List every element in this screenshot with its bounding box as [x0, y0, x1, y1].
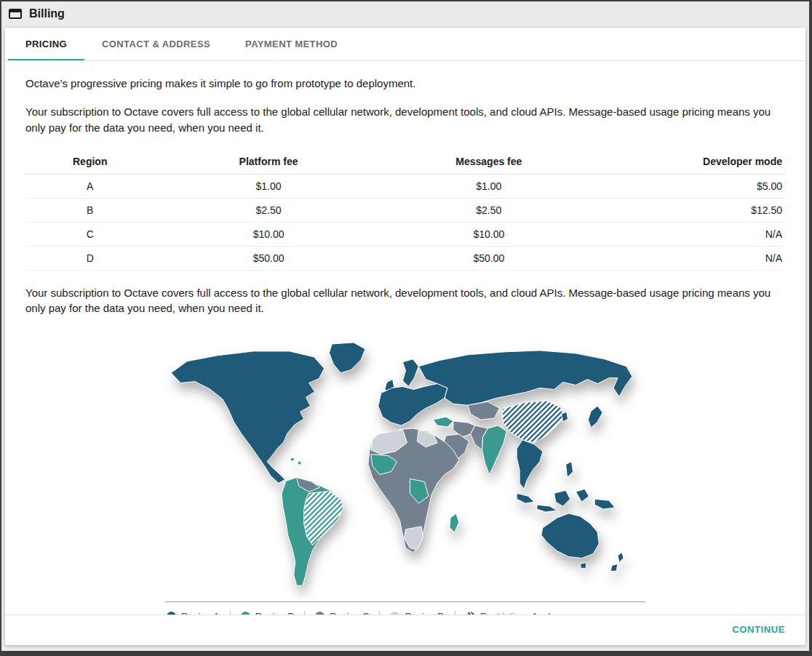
map-russia — [418, 351, 632, 405]
map-india — [482, 425, 507, 474]
cell-platform-fee: $1.00 — [154, 174, 382, 198]
map-java — [537, 505, 557, 512]
column-header-platform-fee: Platform fee — [154, 149, 382, 175]
cell-platform-fee: $10.00 — [154, 222, 382, 246]
map-greenland — [329, 343, 365, 373]
map-caribbean — [298, 461, 301, 465]
cell-region: C — [25, 222, 154, 246]
cell-messages-fee: $2.50 — [383, 198, 595, 222]
intro-text: Octave's progressive pricing makes it si… — [25, 77, 785, 89]
tab-payment-method[interactable]: PAYMENT METHOD — [228, 28, 355, 60]
map-sulawesi — [576, 489, 589, 502]
map-tasmania — [580, 562, 586, 568]
map-sumatra — [517, 493, 534, 503]
tab-bar: PRICING CONTACT & ADDRESS PAYMENT METHOD — [5, 28, 805, 61]
billing-window: Billing PRICING CONTACT & ADDRESS PAYMEN… — [0, 0, 812, 656]
column-header-region: Region — [25, 149, 154, 175]
map-brazil-restricted — [304, 491, 344, 545]
billing-card: PRICING CONTACT & ADDRESS PAYMENT METHOD… — [5, 28, 805, 645]
billing-icon — [9, 9, 22, 19]
subscription-description-bottom: Your subscription to Octave covers full … — [25, 285, 785, 317]
page-title: Billing — [29, 7, 65, 20]
map-new-guinea — [594, 499, 615, 509]
tab-contact-address[interactable]: CONTACT & ADDRESS — [84, 28, 228, 60]
map-australia — [541, 513, 599, 558]
cell-platform-fee: $50.00 — [154, 246, 382, 270]
pricing-table: Region Platform fee Messages fee Develop… — [25, 149, 785, 271]
cell-developer-mode: $5.00 — [595, 174, 785, 198]
map-caribbean — [290, 457, 294, 461]
map-korea — [562, 412, 568, 422]
map-new-zealand — [610, 564, 618, 571]
cell-developer-mode: N/A — [595, 222, 785, 246]
map-philippines — [566, 462, 573, 478]
tab-pricing[interactable]: PRICING — [8, 28, 84, 60]
map-madagascar — [450, 513, 459, 532]
map-legend: Region A Region B Region C — [165, 602, 645, 615]
world-coverage-map — [165, 343, 642, 599]
map-borneo — [554, 490, 570, 506]
map-china-restricted — [502, 401, 563, 443]
map-japan — [588, 406, 602, 428]
cell-messages-fee: $1.00 — [383, 174, 595, 198]
table-row-region-d: D $50.00 $50.00 N/A — [25, 246, 785, 270]
table-row-region-a: A $1.00 $1.00 $5.00 — [25, 174, 785, 198]
subscription-description-top: Your subscription to Octave covers full … — [25, 104, 785, 136]
cell-developer-mode: N/A — [595, 246, 785, 270]
cell-region: D — [25, 246, 154, 270]
pricing-table-header-row: Region Platform fee Messages fee Develop… — [25, 149, 785, 175]
cell-platform-fee: $2.50 — [154, 198, 382, 222]
map-central-asia — [468, 401, 500, 420]
map-scandinavia — [403, 359, 419, 387]
cell-developer-mode: $12.50 — [595, 198, 785, 222]
map-new-zealand — [618, 553, 624, 563]
page-header: Billing — [1, 1, 809, 26]
map-turkey — [433, 417, 453, 427]
column-header-messages-fee: Messages fee — [383, 149, 595, 175]
card-footer: CONTINUE — [5, 615, 805, 645]
cell-messages-fee: $10.00 — [383, 222, 595, 246]
column-header-developer-mode: Developer mode — [595, 149, 785, 175]
coverage-map-section: Region A Region B Region C — [25, 343, 785, 615]
pricing-tab-content: Octave's progressive pricing makes it si… — [5, 61, 805, 615]
continue-button[interactable]: CONTINUE — [732, 624, 785, 635]
cell-messages-fee: $50.00 — [383, 246, 595, 270]
table-row-region-b: B $2.50 $2.50 $12.50 — [25, 198, 785, 222]
table-row-region-c: C $10.00 $10.00 N/A — [25, 222, 785, 246]
cell-region: A — [25, 174, 154, 198]
cell-region: B — [25, 198, 154, 222]
map-southeast-asia — [517, 440, 543, 489]
